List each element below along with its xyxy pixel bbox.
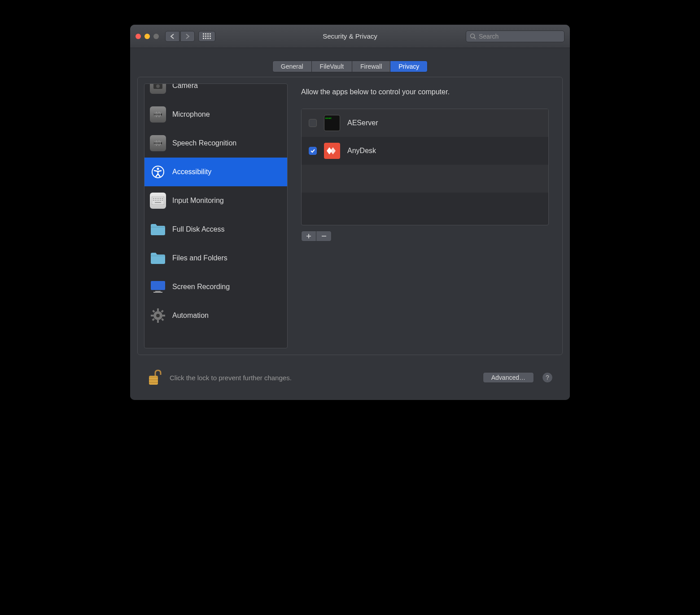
svg-rect-53 — [162, 315, 165, 316]
tab-general[interactable]: General — [273, 61, 312, 72]
sidebar-item-label: Files and Folders — [172, 254, 228, 262]
detail-pane: Allow the apps below to control your com… — [294, 83, 556, 348]
app-name: AEServer — [347, 119, 378, 127]
app-list[interactable]: exec AEServer AnyDesk — [301, 109, 549, 225]
sidebar-item-screen-recording[interactable]: Screen Recording — [144, 272, 287, 301]
app-row-empty — [302, 165, 548, 193]
forward-button[interactable] — [180, 31, 195, 42]
add-app-button[interactable] — [301, 231, 316, 242]
svg-rect-27 — [159, 141, 159, 146]
svg-rect-3 — [210, 33, 211, 35]
app-name: AnyDesk — [347, 147, 376, 155]
search-input[interactable] — [479, 33, 560, 40]
svg-rect-38 — [153, 200, 154, 201]
svg-rect-33 — [155, 198, 156, 199]
app-icon-aeserver: exec — [324, 115, 340, 131]
folder-icon — [150, 250, 166, 266]
svg-point-30 — [157, 168, 159, 170]
svg-rect-26 — [158, 141, 158, 145]
titlebar: Security & Privacy — [130, 25, 570, 48]
svg-rect-5 — [205, 35, 206, 37]
svg-rect-32 — [153, 198, 154, 199]
tab-bar: General FileVault Firewall Privacy — [137, 61, 563, 72]
window-controls — [136, 34, 159, 39]
svg-rect-54 — [152, 310, 155, 312]
svg-rect-41 — [158, 200, 159, 201]
detail-description: Allow the apps below to control your com… — [301, 88, 549, 96]
svg-rect-2 — [207, 33, 209, 35]
sidebar-item-full-disk-access[interactable]: Full Disk Access — [144, 215, 287, 244]
svg-rect-4 — [203, 35, 204, 37]
sidebar-item-accessibility[interactable]: Accessibility — [144, 158, 287, 186]
svg-rect-55 — [161, 318, 164, 321]
lock-hint-text: Click the lock to prevent further change… — [170, 374, 475, 382]
search-field[interactable] — [466, 31, 564, 42]
svg-rect-35 — [158, 198, 159, 199]
tab-privacy[interactable]: Privacy — [390, 61, 427, 72]
svg-rect-46 — [155, 291, 161, 292]
category-sidebar[interactable]: Camera Microphone Speech Recognition — [144, 83, 288, 348]
zoom-window-button[interactable] — [153, 34, 159, 39]
folder-icon — [150, 221, 166, 237]
advanced-button[interactable]: Advanced… — [483, 372, 534, 383]
back-button[interactable] — [165, 31, 179, 42]
svg-rect-44 — [155, 202, 161, 203]
svg-point-49 — [156, 314, 160, 317]
keyboard-icon — [150, 193, 166, 209]
minimize-window-button[interactable] — [144, 34, 150, 39]
svg-rect-42 — [160, 200, 161, 201]
svg-rect-16 — [156, 83, 158, 84]
app-icon-anydesk — [324, 143, 340, 159]
svg-rect-39 — [155, 200, 156, 201]
svg-line-13 — [474, 37, 476, 39]
svg-rect-43 — [162, 200, 163, 201]
svg-rect-40 — [157, 200, 158, 201]
help-button[interactable]: ? — [542, 372, 553, 383]
svg-rect-6 — [207, 35, 209, 37]
svg-rect-24 — [155, 141, 155, 145]
app-checkbox[interactable] — [309, 119, 317, 127]
sidebar-item-files-and-folders[interactable]: Files and Folders — [144, 244, 287, 272]
display-icon — [150, 279, 166, 295]
minus-icon — [321, 233, 327, 239]
svg-point-15 — [156, 84, 160, 88]
svg-rect-18 — [155, 113, 155, 116]
speech-icon — [150, 135, 166, 151]
window-body: General FileVault Firewall Privacy Camer… — [130, 48, 570, 400]
svg-rect-8 — [203, 38, 204, 39]
app-checkbox[interactable] — [309, 147, 317, 155]
sidebar-item-microphone[interactable]: Microphone — [144, 100, 287, 129]
svg-rect-20 — [158, 113, 158, 116]
grid-icon — [203, 33, 211, 40]
show-all-button[interactable] — [198, 31, 215, 42]
svg-rect-56 — [161, 310, 163, 312]
sidebar-item-label: Accessibility — [172, 168, 211, 176]
svg-rect-34 — [157, 198, 158, 199]
sidebar-item-label: Screen Recording — [172, 283, 230, 291]
sidebar-item-label: Input Monitoring — [172, 197, 224, 205]
close-window-button[interactable] — [136, 34, 141, 39]
svg-rect-61 — [149, 382, 158, 383]
svg-rect-11 — [210, 38, 211, 39]
tab-filevault[interactable]: FileVault — [312, 61, 352, 72]
app-row[interactable]: AnyDesk — [302, 137, 548, 165]
sidebar-item-input-monitoring[interactable]: Input Monitoring — [144, 186, 287, 215]
sidebar-item-camera[interactable]: Camera — [144, 83, 287, 100]
svg-rect-21 — [159, 112, 159, 117]
svg-rect-0 — [203, 33, 204, 35]
svg-rect-19 — [156, 112, 157, 117]
sidebar-item-automation[interactable]: Automation — [144, 301, 287, 330]
lock-button[interactable] — [147, 369, 162, 387]
remove-app-button[interactable] — [316, 231, 332, 242]
footer: Click the lock to prevent further change… — [137, 355, 563, 400]
svg-rect-59 — [149, 377, 158, 378]
preferences-window: Security & Privacy General FileVault Fir… — [130, 25, 570, 400]
plus-icon — [306, 233, 311, 239]
tab-firewall[interactable]: Firewall — [352, 61, 390, 72]
app-row[interactable]: exec AEServer — [302, 109, 548, 137]
svg-rect-57 — [152, 318, 154, 321]
svg-rect-25 — [156, 141, 157, 146]
accessibility-icon — [150, 164, 166, 180]
sidebar-item-speech-recognition[interactable]: Speech Recognition — [144, 129, 287, 158]
svg-rect-45 — [151, 281, 165, 290]
